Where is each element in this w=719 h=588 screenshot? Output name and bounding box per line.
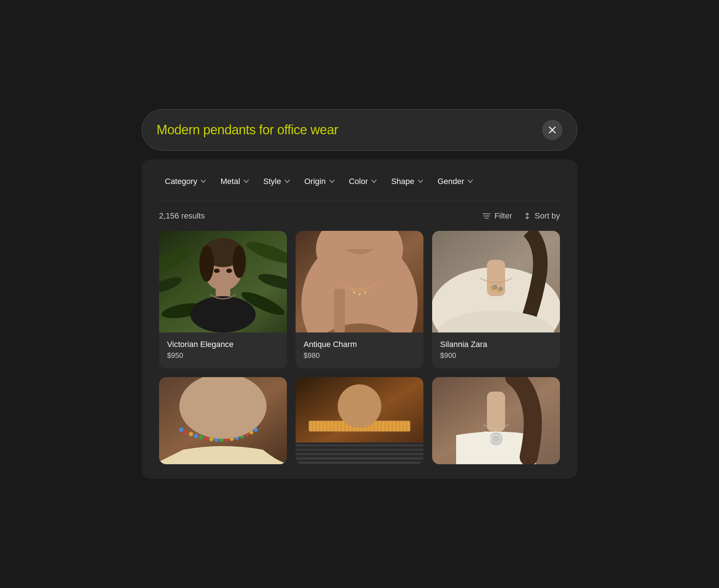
product-card-4[interactable]	[159, 377, 287, 464]
filter-origin[interactable]: Origin	[298, 174, 340, 189]
product-image-svg-3	[432, 231, 560, 332]
filter-color[interactable]: Color	[343, 174, 383, 189]
product-image-1	[159, 231, 287, 332]
results-count: 2,156 results	[159, 211, 205, 221]
filter-category[interactable]: Category	[159, 174, 212, 189]
metal-label: Metal	[220, 177, 240, 186]
svg-point-17	[190, 296, 256, 332]
svg-point-18	[214, 269, 220, 273]
product-info-2: Antique Charm $980	[296, 332, 423, 368]
category-label: Category	[165, 177, 197, 186]
svg-rect-23	[334, 289, 345, 332]
product-name-1: Victorian Elegance	[167, 340, 279, 349]
product-image-2	[296, 231, 423, 332]
svg-point-14	[199, 245, 214, 282]
svg-point-41	[194, 434, 198, 438]
filter-gender[interactable]: Gender	[432, 174, 479, 189]
main-container: Modern pendants for office wear Category…	[142, 109, 577, 479]
gender-chevron-icon	[468, 179, 473, 184]
product-price-2: $980	[304, 351, 415, 360]
filter-button[interactable]: Filter	[483, 211, 512, 221]
shape-label: Shape	[391, 177, 414, 186]
product-info-3: Silannia Zara $900	[432, 332, 560, 368]
svg-point-43	[204, 436, 208, 441]
sort-icon	[524, 212, 531, 220]
filter-shape[interactable]: Shape	[385, 174, 429, 189]
sort-label: Sort by	[535, 211, 560, 221]
product-image-svg-4	[159, 377, 287, 464]
product-name-2: Antique Charm	[304, 340, 415, 349]
search-query: Modern pendants for office wear	[157, 122, 338, 138]
product-grid: Victorian Elegance $950	[159, 231, 560, 368]
product-price-1: $950	[167, 351, 279, 360]
svg-rect-97	[483, 432, 491, 464]
color-chevron-icon	[371, 179, 377, 184]
product-card-5[interactable]	[296, 377, 423, 464]
svg-point-96	[492, 435, 500, 442]
filter-row: Category Metal Style	[159, 174, 560, 201]
product-card-6[interactable]	[432, 377, 560, 464]
results-actions: Filter Sort by	[483, 211, 560, 221]
gender-label: Gender	[438, 177, 464, 186]
metal-chevron-icon	[244, 179, 249, 184]
svg-point-24	[353, 291, 355, 294]
product-card-3[interactable]: Silannia Zara $900	[432, 231, 560, 368]
filter-metal[interactable]: Metal	[215, 174, 255, 189]
svg-point-40	[189, 432, 193, 436]
svg-point-25	[358, 293, 361, 295]
search-bar: Modern pendants for office wear	[142, 109, 577, 151]
results-row: 2,156 results Filter Sort by	[159, 211, 560, 221]
product-card-1[interactable]: Victorian Elegance $950	[159, 231, 287, 368]
color-label: Color	[349, 177, 368, 186]
category-chevron-icon	[201, 179, 206, 184]
filter-label: Filter	[494, 211, 512, 221]
style-label: Style	[263, 177, 281, 186]
product-image-svg-2	[296, 231, 423, 332]
origin-chevron-icon	[329, 179, 334, 184]
filter-style[interactable]: Style	[257, 174, 296, 189]
close-icon	[548, 126, 556, 134]
svg-point-15	[233, 245, 246, 278]
product-image-svg-5	[296, 377, 423, 464]
svg-rect-94	[487, 392, 505, 432]
origin-label: Origin	[304, 177, 326, 186]
svg-point-34	[499, 287, 503, 291]
product-image-svg-6	[432, 377, 560, 464]
product-grid-row2	[159, 377, 560, 464]
product-info-1: Victorian Elegance $950	[159, 332, 287, 368]
product-image-svg-1	[159, 231, 287, 332]
close-button[interactable]	[542, 120, 562, 140]
svg-point-42	[199, 435, 203, 440]
svg-point-39	[184, 430, 188, 434]
svg-point-19	[226, 269, 232, 273]
svg-rect-30	[487, 260, 505, 296]
filter-panel: Category Metal Style	[142, 159, 577, 479]
style-chevron-icon	[285, 179, 290, 184]
product-name-3: Silannia Zara	[440, 340, 552, 349]
shape-chevron-icon	[418, 179, 423, 184]
product-image-3	[432, 231, 560, 332]
product-card-2[interactable]: Antique Charm $980	[296, 231, 423, 368]
svg-point-92	[338, 384, 381, 428]
sort-button[interactable]: Sort by	[524, 211, 560, 221]
svg-point-38	[179, 428, 183, 432]
product-price-3: $900	[440, 351, 552, 360]
filter-icon	[483, 213, 491, 219]
svg-point-26	[364, 291, 366, 294]
